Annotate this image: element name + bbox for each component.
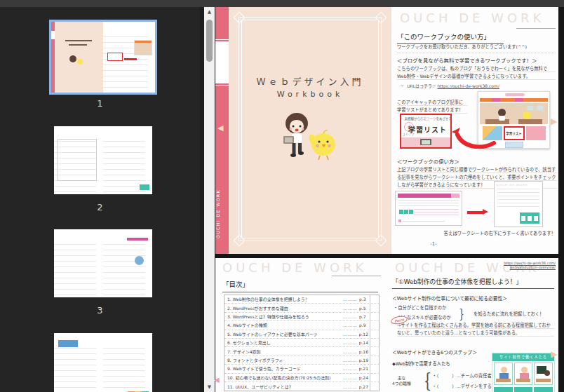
thumbnail-3-left-page [54,229,103,297]
blog-navbar [480,98,548,102]
toc-title: 「目次」 [222,279,378,292]
article-url: https://ouchi-de-work38.com/ web-product… [504,261,556,269]
prev-page-arrow[interactable]: ◀ [215,376,220,384]
section-heading-free-learning: ＜ブログを見ながら無料で学習できるワークブックです！＞ [397,56,537,64]
toc-row: 7. デザイン4原則………p.16 [224,347,379,356]
thumbnail-girl-illustration [69,55,76,62]
thumbnail-3-number: 3 [0,305,200,316]
cover-page[interactable]: ◀ OUCHI DE WORK Ｗｅｂデザイン入門 Workbook [215,7,391,254]
brace-annotation: ｝ を知るために流れを把握しておく！ [459,304,544,323]
toc-row: 5. Webサイトのレイアウトに必要な基本パーツ………p.12 [224,330,379,339]
toc-item-title: 11. UI/UX、ユーザビリティとは？ [227,384,341,390]
page-thumbnail-4[interactable] [54,333,152,392]
section-heading-six-steps: ＜Webサイトができる6つのステップ＞ [392,349,477,356]
mini-image [409,210,413,214]
blog-hero-image [480,103,548,124]
chick-illustration [523,111,531,119]
page-table-of-contents[interactable]: OUCH DE WORK 「目次」 1. Web制作の仕事の全体像を把握しよう！… [215,258,387,392]
toc-page-ref: p.16 [359,349,368,354]
pointing-hand-icon: ☞ [400,83,404,89]
answer-note: 答えはワークシートの右下にうすーく書いてあります！ [444,230,556,236]
worksheet-teal-image [520,212,539,224]
scrollbar-thumb[interactable] [206,20,213,62]
people-speck [534,216,538,221]
next-page-arrow[interactable]: ▶ [551,116,557,126]
person-head [501,367,507,373]
mini-image [404,210,408,214]
blog-thumb-extra [505,142,523,148]
greeting-text: ワークブックをお受け取りいただき、ありがとうございます(^^) [397,43,556,53]
people-label-row [494,387,553,392]
toc-item-title: 8. フォントとタイポグラフィ [227,357,341,363]
page-thumbnail-3[interactable] [54,229,152,297]
toc-page-ref: p.3 [359,297,368,302]
learning-list-slogan: ＼未経験から在宅ワークをめざせる／ [401,116,450,121]
person-head [521,367,528,373]
next-page-arrow[interactable]: ▶ [551,349,557,359]
person-card-coder [534,363,553,385]
worksheet-footer-line [403,221,445,222]
toc-item-title: 4. Webサイトの種類 [227,322,341,328]
sidebar-scrollbar[interactable]: ▲ ▼ [204,7,215,392]
toc-leader: ……… [343,297,358,302]
page-how-to-use[interactable]: OUCH DE WORK 「このワークブックの使い方」 ワークブックをお受け取り… [391,7,558,254]
toc-row: 6. セクションと見出し………p.14 [224,339,379,347]
worksheet-preview-after: OUCH DE WORK [494,181,543,227]
section-heading-necessity: ＜Webサイト制作の仕事について最初に知る必要性＞ [392,295,507,302]
roles-label: 主な 4つの職種 [392,375,411,386]
url-label: URLはコチラ☞ [407,83,436,88]
people-card-row [494,363,553,385]
toc-leader: ……… [343,358,358,363]
toc-page-ref: p.12 [359,332,368,337]
roles-label-line2: 4つの職種 [392,381,411,386]
brace-glyph: ｝ [459,304,472,323]
person-desk [496,379,511,382]
thumbnail-1-right-page [103,22,155,93]
toc-item-title: 3. WordPressとは？特徴や仕組みを知ろう [227,313,341,320]
thumbnail-teal-image [140,184,149,190]
thumbnail-4-left-page [54,333,103,392]
section-heading-people: ◆Web制作で活躍する人たち [392,360,450,367]
thumbnail-2-preview [54,126,152,194]
cover-spine-band [215,40,229,85]
thumbnail-blog-navbar [135,41,152,43]
blog-url-text: https://ouchi-de-work38.com/ [437,83,499,88]
role-fill-in-2: ・（ ）…デザインをする [432,381,492,391]
toc-row: 4. Webサイトの種類………p.9 [224,321,379,330]
point-body-text: →サイトを作る工程はたくさんある。学習を始める前にある程度把握しておかないと、思… [397,321,554,337]
worksheet-text-lines [497,189,539,210]
brace-note-text: を知るために流れを把握しておく！ [474,311,544,317]
thumbnail-cover-band [51,31,55,39]
page-title: 「このワークブックの使い方」 [397,32,504,44]
document-viewer: ◀ OUCHI DE WORK Ｗｅｂデザイン入門 Workbook [215,7,564,392]
page-thumbnail-2[interactable] [54,126,152,194]
toc-page-ref: p.14 [359,340,368,345]
page-thumbnail-1-selected[interactable] [49,20,157,95]
toc-leader: ……… [343,332,358,337]
scroll-down-icon[interactable]: ▼ [204,382,215,392]
toc-page-ref: p.24 [359,375,368,380]
toc-leader: ……… [343,375,358,380]
window-illustration [537,105,544,111]
worksheet-text-lines [398,200,459,207]
prev-page-arrow[interactable]: ◀ [217,123,223,133]
page-header-logo: OUCH DE WORK [222,260,367,275]
toc-row: 11. UI/UX、ユーザビリティとは？………p.27 [224,382,379,391]
thumbnail-1-cover [51,22,103,93]
learning-list-title: 学習リスト [408,124,447,135]
thumbnail-2-right-page [103,126,152,194]
roles-brace-glyph: ｛ [412,367,431,392]
page-web-production-overview[interactable]: OUCH DE WORK https://ouchi-de-work38.com… [387,258,558,392]
toc-row: 2. WordPressがおすすめな理由………p.5 [224,304,379,312]
worksheet-ghost-header: OUCH DE WORK [497,183,528,187]
toc-row: 3. WordPressとは？特徴や仕組みを知ろう………p.7 [224,313,379,321]
toc-page-ref: p.19 [359,358,368,363]
section-heading-how-to-use: ＜ワークブックの使い方＞ [397,157,459,165]
thumbnail-2-left-page [54,126,103,194]
thumbnail-4-right-page [103,333,152,392]
bullet-goal: ・自分がどこを目指すのか [394,303,451,313]
desk-illustration [518,119,542,124]
scroll-up-icon[interactable]: ▲ [204,7,215,17]
blog-logo [505,93,525,96]
worksheet-footer-mark [398,219,401,222]
